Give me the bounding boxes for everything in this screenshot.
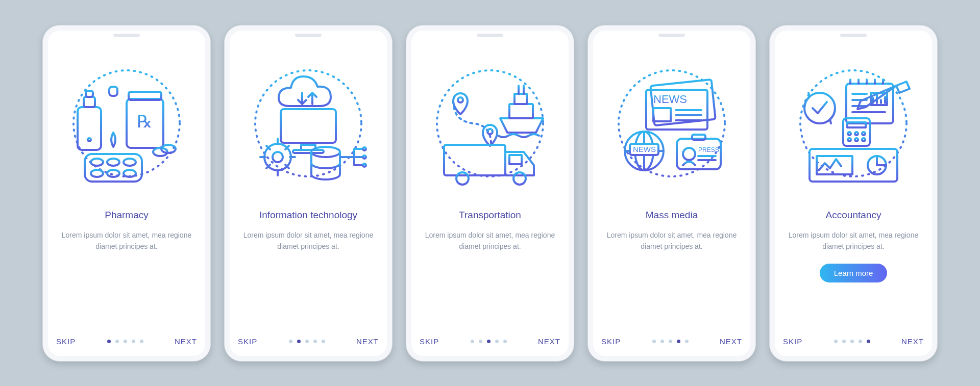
svg-point-16 xyxy=(107,170,119,177)
svg-point-15 xyxy=(91,170,103,177)
page-dot[interactable] xyxy=(834,340,838,343)
page-dot[interactable] xyxy=(495,340,499,343)
svg-point-61 xyxy=(862,138,865,141)
learn-more-button[interactable]: Learn more xyxy=(820,264,888,282)
page-dot[interactable] xyxy=(124,340,127,343)
screen-description: Lorem ipsum dolor sit amet, mea regione … xyxy=(420,230,560,252)
svg-point-29 xyxy=(458,97,463,102)
page-dot[interactable] xyxy=(313,340,317,343)
svg-rect-34 xyxy=(509,155,522,164)
page-dot[interactable] xyxy=(107,340,111,343)
onboarding-footer: SKIP NEXT xyxy=(238,337,379,346)
page-dot[interactable] xyxy=(297,340,301,343)
page-dot[interactable] xyxy=(471,340,474,343)
next-button[interactable]: NEXT xyxy=(901,337,924,346)
svg-point-56 xyxy=(848,132,851,135)
svg-text:NEWS: NEWS xyxy=(633,145,656,153)
page-dots xyxy=(834,340,870,343)
onboarding-footer: SKIP NEXT xyxy=(601,337,742,346)
svg-point-59 xyxy=(848,138,851,141)
pharmacy-icon: ℞ xyxy=(56,47,197,200)
screen-title: Information technology xyxy=(238,209,379,221)
it-icon xyxy=(238,47,379,200)
svg-point-18 xyxy=(255,70,361,176)
skip-button[interactable]: SKIP xyxy=(783,337,802,346)
screen-title: Accountancy xyxy=(783,209,924,221)
page-dot[interactable] xyxy=(850,340,854,343)
svg-rect-32 xyxy=(514,94,527,104)
svg-rect-55 xyxy=(847,122,866,127)
page-dot[interactable] xyxy=(859,340,862,343)
svg-point-60 xyxy=(855,138,858,141)
skip-button[interactable]: SKIP xyxy=(56,337,76,346)
phone-frame: Accountancy Lorem ipsum dolor sit amet, … xyxy=(769,25,938,362)
phone-frame: Information technology Lorem ipsum dolor… xyxy=(224,25,393,362)
svg-point-13 xyxy=(107,159,119,166)
onboarding-footer: SKIP NEXT xyxy=(420,337,560,346)
page-dots xyxy=(471,340,507,343)
page-dot[interactable] xyxy=(867,340,870,343)
phone-frame: NEWS NEWS PRESS Mass media Lorem ipsum d… xyxy=(587,25,756,362)
svg-point-12 xyxy=(91,159,103,166)
page-dots xyxy=(107,340,143,343)
screen-title: Mass media xyxy=(601,209,742,221)
onboarding-footer: SKIP NEXT xyxy=(56,337,197,346)
screen-title: Transportation xyxy=(420,209,560,221)
page-dot[interactable] xyxy=(289,340,292,343)
onboarding-footer: SKIP NEXT xyxy=(783,337,924,346)
svg-rect-47 xyxy=(692,135,705,140)
page-dot[interactable] xyxy=(322,340,325,343)
svg-rect-33 xyxy=(444,145,505,175)
phone-speaker xyxy=(113,34,140,37)
svg-point-57 xyxy=(855,132,858,135)
page-dot[interactable] xyxy=(132,340,135,343)
page-dot[interactable] xyxy=(677,340,680,343)
svg-point-4 xyxy=(88,138,91,141)
phone-speaker xyxy=(658,34,685,37)
phone-frame: ℞ Pharmacy Lorem ipsum dolor sit amet, m… xyxy=(42,25,211,362)
phone-speaker xyxy=(477,34,503,37)
next-button[interactable]: NEXT xyxy=(175,337,197,346)
screen-title: Pharmacy xyxy=(56,209,197,221)
skip-button[interactable]: SKIP xyxy=(420,337,439,346)
page-dot[interactable] xyxy=(115,340,119,343)
page-dot[interactable] xyxy=(685,340,689,343)
page-dot[interactable] xyxy=(487,340,491,343)
svg-text:℞: ℞ xyxy=(137,112,152,131)
skip-button[interactable]: SKIP xyxy=(601,337,621,346)
page-dot[interactable] xyxy=(305,340,309,343)
svg-point-36 xyxy=(513,172,526,185)
page-dot[interactable] xyxy=(479,340,482,343)
svg-point-35 xyxy=(456,172,469,185)
svg-point-14 xyxy=(124,159,136,166)
page-dot[interactable] xyxy=(652,340,656,343)
next-button[interactable]: NEXT xyxy=(720,337,742,346)
svg-text:PRESS: PRESS xyxy=(698,146,719,153)
page-dot[interactable] xyxy=(660,340,664,343)
svg-point-28 xyxy=(437,70,543,176)
page-dots xyxy=(289,340,325,343)
svg-point-48 xyxy=(683,148,695,160)
page-dot[interactable] xyxy=(842,340,846,343)
phone-frame: Transportation Lorem ipsum dolor sit ame… xyxy=(406,25,574,362)
screen-description: Lorem ipsum dolor sit amet, mea regione … xyxy=(238,230,379,252)
svg-text:NEWS: NEWS xyxy=(653,93,687,106)
media-icon: NEWS NEWS PRESS xyxy=(601,47,742,200)
page-dot[interactable] xyxy=(669,340,672,343)
svg-rect-3 xyxy=(86,91,93,97)
svg-rect-31 xyxy=(509,104,533,118)
skip-button[interactable]: SKIP xyxy=(238,337,257,346)
svg-rect-21 xyxy=(293,150,324,153)
accountancy-icon xyxy=(783,47,924,200)
svg-rect-19 xyxy=(281,109,336,143)
page-dot[interactable] xyxy=(503,340,507,343)
svg-point-58 xyxy=(862,132,865,135)
next-button[interactable]: NEXT xyxy=(538,337,560,346)
svg-point-23 xyxy=(273,152,283,162)
screen-description: Lorem ipsum dolor sit amet, mea regione … xyxy=(601,230,742,252)
page-dot[interactable] xyxy=(140,340,143,343)
next-button[interactable]: NEXT xyxy=(356,337,379,346)
svg-rect-41 xyxy=(653,108,671,121)
page-dots xyxy=(652,340,689,343)
svg-point-30 xyxy=(487,129,493,134)
